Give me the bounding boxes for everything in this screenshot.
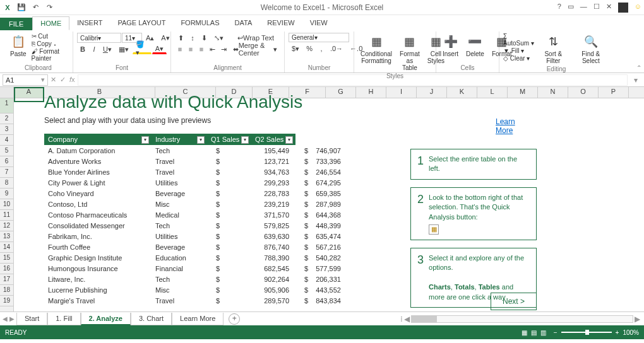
format-painter-button[interactable]: 🖌 Format Painter: [32, 48, 69, 62]
table-header[interactable]: Industry▾: [152, 134, 207, 145]
collapse-ribbon-icon[interactable]: ⌃: [636, 64, 641, 71]
ribbon-tab-review[interactable]: REVIEW: [259, 16, 302, 30]
copy-button[interactable]: ⎘ Copy ▾: [32, 40, 69, 47]
percent-button[interactable]: %: [303, 44, 316, 54]
paste-button[interactable]: 📋Paste: [8, 33, 29, 59]
ribbon-tab-formulas[interactable]: FORMULAS: [173, 16, 227, 30]
table-row[interactable]: Contoso, LtdMisc$239,219$287,989: [44, 199, 347, 209]
align-bottom-icon[interactable]: ⬇: [198, 33, 210, 43]
fill-color-button[interactable]: 🪣▾: [133, 44, 152, 54]
align-top-icon[interactable]: ⬆: [175, 33, 187, 43]
find-select-button[interactable]: 🔍Find & Select: [573, 33, 609, 66]
expand-formula-icon[interactable]: ▾: [630, 76, 641, 84]
sheet-tab[interactable]: 1. Fill: [47, 313, 80, 325]
align-left-icon[interactable]: ≡: [175, 44, 185, 54]
column-header[interactable]: M: [508, 87, 538, 98]
row-header[interactable]: 14: [0, 242, 13, 253]
indent-dec-icon[interactable]: ⇤: [207, 44, 218, 54]
filter-arrow-icon[interactable]: ▾: [241, 136, 249, 144]
row-header[interactable]: 16: [0, 264, 13, 274]
column-header[interactable]: O: [568, 87, 599, 98]
align-center-icon[interactable]: ≡: [186, 44, 196, 54]
row-header[interactable]: 3: [0, 124, 13, 135]
ribbon-tab-view[interactable]: VIEW: [302, 16, 335, 30]
merge-center-button[interactable]: ⬌ Merge & Center ▾: [230, 44, 280, 54]
bold-button[interactable]: B: [77, 44, 88, 54]
table-header[interactable]: Q2 Sales▾: [251, 134, 295, 145]
underline-button[interactable]: U▾: [100, 44, 115, 54]
sample-data-table[interactable]: Company▾Industry▾Q1 Sales▾Q2 Sales▾ A. D…: [44, 134, 347, 306]
table-row[interactable]: Lucerne PublishingMisc$905,906$443,552: [44, 284, 347, 295]
ribbon-tab-insert[interactable]: INSERT: [69, 16, 110, 30]
sheet-tab[interactable]: Start: [16, 313, 47, 325]
row-header[interactable]: 18: [0, 285, 13, 296]
save-icon[interactable]: 💾: [16, 3, 27, 13]
insert-cells-button[interactable]: ➕Insert: [440, 33, 461, 59]
sheet-tab[interactable]: Learn More: [172, 313, 224, 325]
fx-icon[interactable]: fx: [69, 76, 75, 84]
zoom-in-button[interactable]: +: [616, 329, 619, 336]
table-row[interactable]: Contoso PharmaceuticalsMedical$371,570$6…: [44, 209, 347, 220]
sort-filter-button[interactable]: ⇅Sort & Filter: [537, 33, 570, 66]
align-right-icon[interactable]: ≡: [196, 44, 206, 54]
column-header[interactable]: P: [599, 87, 629, 98]
row-header[interactable]: 1: [0, 98, 13, 113]
ribbon-tab-data[interactable]: DATA: [227, 16, 260, 30]
filter-arrow-icon[interactable]: ▾: [141, 136, 149, 144]
ribbon-tab-home[interactable]: HOME: [32, 16, 69, 30]
table-row[interactable]: Coho VineyardBeverage$228,783$659,385: [44, 188, 347, 199]
close-icon[interactable]: ✕: [606, 3, 612, 13]
zoom-level[interactable]: 100%: [623, 329, 639, 336]
name-box[interactable]: A1▾: [3, 74, 48, 86]
add-sheet-button[interactable]: +: [229, 313, 240, 325]
normal-view-icon[interactable]: ▦: [522, 329, 527, 336]
page-layout-view-icon[interactable]: ▤: [531, 329, 537, 336]
sheet-tab[interactable]: 3. Chart: [131, 313, 172, 325]
undo-icon[interactable]: ↶: [30, 3, 40, 13]
table-row[interactable]: A. Datum CorporationTech$195,449$746,907: [44, 145, 347, 156]
row-header[interactable]: 5: [0, 146, 13, 156]
currency-button[interactable]: $▾: [289, 44, 302, 54]
row-header[interactable]: 19: [0, 296, 13, 306]
italic-button[interactable]: I: [89, 44, 99, 54]
autosum-button[interactable]: Σ AutoSum ▾: [503, 33, 534, 47]
table-row[interactable]: Humongous InsuranceFinancial$682,545$577…: [44, 263, 347, 274]
row-header[interactable]: 13: [0, 231, 13, 242]
row-header[interactable]: 8: [0, 178, 13, 189]
row-header[interactable]: 4: [0, 135, 13, 146]
filter-arrow-icon[interactable]: ▾: [285, 136, 293, 144]
borders-button[interactable]: ▦▾: [116, 44, 132, 54]
ribbon-tab-page-layout[interactable]: PAGE LAYOUT: [110, 16, 173, 30]
row-header[interactable]: 9: [0, 189, 13, 199]
table-row[interactable]: Litware, Inc.Tech$902,264$206,331: [44, 274, 347, 284]
ribbon-options-icon[interactable]: ▭: [568, 3, 574, 13]
font-color-button[interactable]: A▾: [152, 44, 167, 54]
help-icon[interactable]: ?: [558, 3, 561, 13]
cut-button[interactable]: ✂ Cut: [32, 33, 69, 40]
row-header[interactable]: 15: [0, 253, 13, 264]
table-header[interactable]: Company▾: [44, 134, 152, 145]
column-header[interactable]: N: [538, 87, 568, 98]
row-header[interactable]: 11: [0, 210, 13, 221]
delete-cells-button[interactable]: ➖Delete: [463, 33, 487, 59]
formula-input[interactable]: [78, 74, 628, 86]
spreadsheet-grid[interactable]: 12345678910111213141516171819 ABCDEFGHIJ…: [0, 87, 644, 311]
accept-formula-icon[interactable]: ✓: [60, 76, 66, 84]
learn-more-link[interactable]: Learn More: [496, 117, 515, 135]
table-row[interactable]: Fourth CoffeeBeverage$876,740$567,216: [44, 241, 347, 252]
row-header[interactable]: 7: [0, 167, 13, 178]
page-break-view-icon[interactable]: ▥: [540, 329, 546, 336]
table-header[interactable]: Q1 Sales▾: [207, 134, 251, 145]
table-row[interactable]: Blue Yonder AirlinesTravel$934,763$246,5…: [44, 166, 347, 177]
indent-inc-icon[interactable]: ⇥: [218, 44, 229, 54]
row-header[interactable]: 17: [0, 274, 13, 285]
maximize-icon[interactable]: ☐: [593, 3, 600, 13]
user-avatar[interactable]: [618, 3, 628, 13]
row-header[interactable]: 2: [0, 113, 13, 124]
number-format-combo[interactable]: General ▾: [289, 33, 349, 42]
table-row[interactable]: Graphic Design InstituteEducation$788,39…: [44, 252, 347, 263]
sheet-tab[interactable]: 2. Analyze: [81, 313, 131, 325]
filter-arrow-icon[interactable]: ▾: [197, 136, 205, 144]
table-row[interactable]: City Power & LightUtilities$299,293$674,…: [44, 177, 347, 188]
sheet-nav-icon[interactable]: ◀ ▶: [3, 315, 15, 322]
